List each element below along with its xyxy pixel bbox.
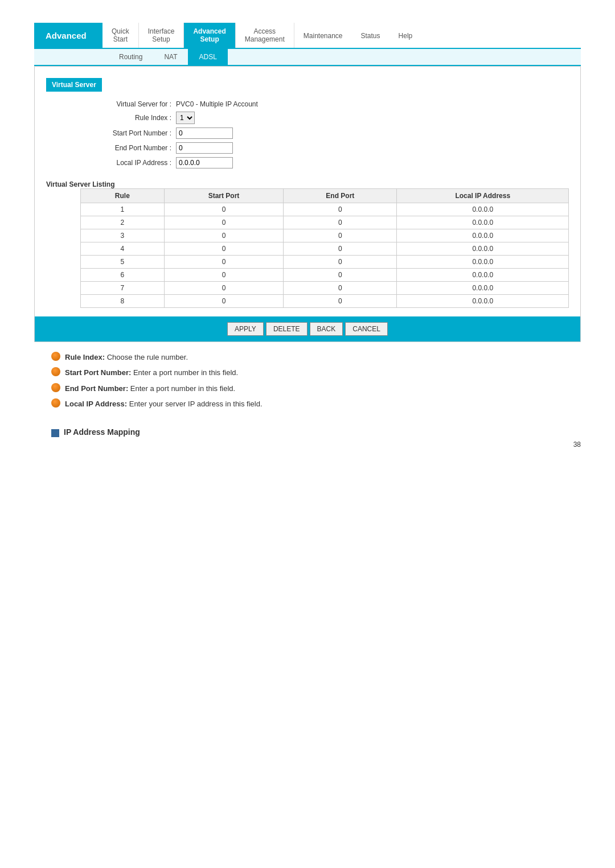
table-row: 8 0 0 0.0.0.0 [81, 295, 569, 308]
virtual-server-form: Virtual Server for : PVC0 - Multiple IP … [46, 100, 569, 168]
nav-advanced-setup[interactable]: Advanced Setup [184, 23, 235, 48]
form-row-rule-index: Rule Index : 1 2 3 4 5 6 7 8 [80, 112, 569, 124]
apply-button[interactable]: APPLY [227, 322, 264, 336]
col-header-start-port: Start Port [164, 189, 284, 203]
form-row-end-port: End Port Number : [80, 142, 569, 154]
table-row: 4 0 0 0.0.0.0 [81, 242, 569, 256]
subnav-adsl[interactable]: ADSL [188, 49, 227, 65]
help-bullet-icon [51, 367, 60, 376]
ip-mapping-bullet-icon [51, 429, 59, 437]
nav-status[interactable]: Status [352, 24, 390, 48]
form-row-for: Virtual Server for : PVC0 - Multiple IP … [80, 100, 569, 108]
virtual-server-listing: Virtual Server Listing Rule Start Port E… [46, 180, 569, 308]
virtual-server-table: Rule Start Port End Port Local IP Addres… [80, 188, 569, 308]
help-item: Rule Index: Choose the rule number. [51, 351, 564, 364]
col-header-rule: Rule [81, 189, 165, 203]
nav-help[interactable]: Help [390, 24, 422, 48]
delete-button[interactable]: DELETE [266, 322, 308, 336]
table-header-row: Rule Start Port End Port Local IP Addres… [81, 189, 569, 203]
col-header-local-ip: Local IP Address [397, 189, 569, 203]
nav-quick-start[interactable]: Quick Start [102, 23, 139, 48]
help-item: End Port Number: Enter a port number in … [51, 382, 564, 395]
help-bullet-icon [51, 352, 60, 361]
table-row: 7 0 0 0.0.0.0 [81, 282, 569, 295]
subnav-routing[interactable]: Routing [108, 49, 153, 65]
nav-items: Quick Start Interface Setup Advanced Set… [102, 23, 581, 48]
button-bar: APPLY DELETE BACK CANCEL [35, 316, 580, 342]
back-button[interactable]: BACK [310, 322, 343, 336]
local-ip-input[interactable] [176, 157, 233, 168]
nav-maintenance[interactable]: Maintenance [294, 24, 352, 48]
rule-index-select[interactable]: 1 2 3 4 5 6 7 8 [176, 112, 195, 124]
end-port-input[interactable] [176, 142, 233, 154]
nav-brand: Advanced [34, 23, 102, 48]
help-item: Local IP Address: Enter your server IP a… [51, 397, 564, 410]
table-row: 5 0 0 0.0.0.0 [81, 256, 569, 269]
form-row-start-port: Start Port Number : [80, 127, 569, 139]
help-bullet-icon [51, 398, 60, 408]
table-row: 6 0 0 0.0.0.0 [81, 269, 569, 282]
start-port-input[interactable] [176, 127, 233, 139]
ip-mapping-section: IP Address Mapping [34, 422, 581, 449]
table-row: 1 0 0 0.0.0.0 [81, 203, 569, 216]
col-header-end-port: End Port [284, 189, 397, 203]
top-nav: Advanced Quick Start Interface Setup Adv… [34, 23, 581, 49]
nav-interface-setup[interactable]: Interface Setup [139, 23, 184, 48]
page-number: 38 [573, 441, 581, 449]
help-item: Start Port Number: Enter a port number i… [51, 366, 564, 379]
help-bullet-icon [51, 383, 60, 392]
ip-mapping-header: IP Address Mapping [51, 427, 564, 437]
form-row-local-ip: Local IP Address : [80, 157, 569, 168]
virtual-server-header: Virtual Server [46, 78, 569, 100]
table-row: 2 0 0 0.0.0.0 [81, 216, 569, 229]
subnav-nat[interactable]: NAT [153, 49, 188, 65]
nav-access-management[interactable]: Access Management [236, 23, 294, 48]
table-row: 3 0 0 0.0.0.0 [81, 229, 569, 242]
cancel-button[interactable]: CANCEL [345, 322, 388, 336]
sub-nav: Routing NAT ADSL [34, 49, 581, 66]
help-section: Rule Index: Choose the rule number. Star… [34, 342, 581, 422]
main-content: Virtual Server Virtual Server for : PVC0… [34, 66, 581, 342]
